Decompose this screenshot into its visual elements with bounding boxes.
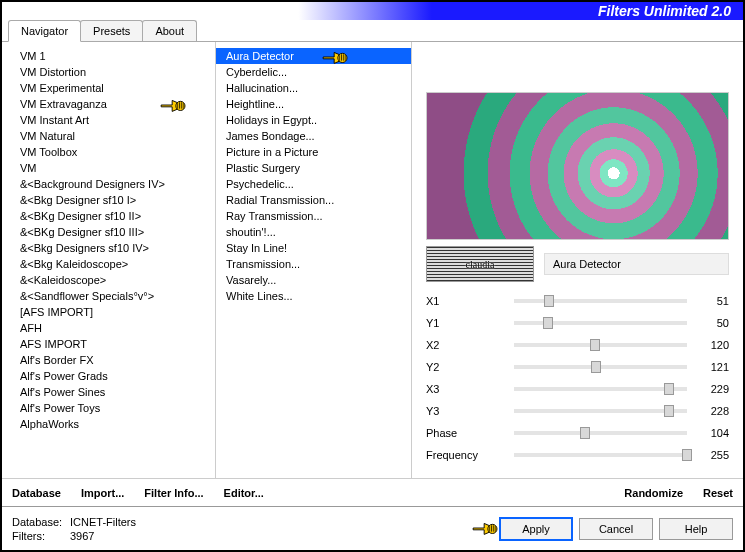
filter-item[interactable]: Aura Detector — [216, 48, 411, 64]
param-slider[interactable] — [514, 365, 687, 369]
filter-info-button[interactable]: Filter Info... — [144, 487, 203, 499]
swirl-graphic — [427, 93, 728, 239]
param-label: Frequency — [426, 449, 506, 461]
slider-thumb[interactable] — [580, 427, 590, 439]
category-item[interactable]: AlphaWorks — [2, 416, 215, 432]
footer-buttons: Apply Cancel Help — [493, 517, 733, 541]
param-label: X2 — [426, 339, 506, 351]
category-item[interactable]: &<BKg Designer sf10 III> — [2, 224, 215, 240]
slider-thumb[interactable] — [590, 339, 600, 351]
param-value: 50 — [695, 317, 729, 329]
category-item[interactable]: VM Natural — [2, 128, 215, 144]
author-name: claudia — [466, 259, 495, 270]
filters-count-value: 3967 — [70, 530, 94, 542]
filter-item[interactable]: James Bondage... — [216, 128, 411, 144]
reset-button[interactable]: Reset — [703, 487, 733, 499]
param-value: 104 — [695, 427, 729, 439]
author-logo: claudia — [426, 246, 534, 282]
preview-panel: claudia Aura Detector X151Y150X2120Y2121… — [412, 42, 743, 478]
filter-item[interactable]: Plastic Surgery — [216, 160, 411, 176]
param-row: Y150 — [426, 312, 729, 334]
category-item[interactable]: VM Instant Art — [2, 112, 215, 128]
database-button[interactable]: Database — [12, 487, 61, 499]
param-row: X3229 — [426, 378, 729, 400]
tabs: NavigatorPresetsAbout — [2, 20, 743, 42]
slider-thumb[interactable] — [664, 383, 674, 395]
filter-item[interactable]: Radial Transmission... — [216, 192, 411, 208]
param-slider[interactable] — [514, 453, 687, 457]
param-value: 120 — [695, 339, 729, 351]
tab-navigator[interactable]: Navigator — [8, 20, 81, 42]
category-item[interactable]: Alf's Power Toys — [2, 400, 215, 416]
filter-item[interactable]: Holidays in Egypt.. — [216, 112, 411, 128]
randomize-button[interactable]: Randomize — [624, 487, 683, 499]
param-value: 228 — [695, 405, 729, 417]
slider-thumb[interactable] — [544, 295, 554, 307]
slider-thumb[interactable] — [543, 317, 553, 329]
category-item[interactable]: &<Kaleidoscope> — [2, 272, 215, 288]
category-item[interactable]: VM Extravaganza — [2, 96, 215, 112]
category-item[interactable]: &<Bkg Kaleidoscope> — [2, 256, 215, 272]
category-item[interactable]: Alf's Power Grads — [2, 368, 215, 384]
tab-about[interactable]: About — [142, 20, 197, 41]
param-row: Y2121 — [426, 356, 729, 378]
category-list[interactable]: VM 1VM DistortionVM ExperimentalVM Extra… — [2, 42, 216, 478]
filter-item[interactable]: shoutin'!... — [216, 224, 411, 240]
help-button[interactable]: Help — [659, 518, 733, 540]
category-item[interactable]: Alf's Border FX — [2, 352, 215, 368]
slider-thumb[interactable] — [591, 361, 601, 373]
filter-item[interactable]: Picture in a Picture — [216, 144, 411, 160]
param-label: Y1 — [426, 317, 506, 329]
param-value: 255 — [695, 449, 729, 461]
filter-item[interactable]: Stay In Line! — [216, 240, 411, 256]
main-area: VM 1VM DistortionVM ExperimentalVM Extra… — [2, 42, 743, 478]
category-item[interactable]: [AFS IMPORT] — [2, 304, 215, 320]
editor-button[interactable]: Editor... — [224, 487, 264, 499]
param-label: Y3 — [426, 405, 506, 417]
apply-button[interactable]: Apply — [499, 517, 573, 541]
param-value: 51 — [695, 295, 729, 307]
filter-item[interactable]: Cyberdelic... — [216, 64, 411, 80]
category-item[interactable]: Alf's Power Sines — [2, 384, 215, 400]
category-item[interactable]: VM 1 — [2, 48, 215, 64]
tab-presets[interactable]: Presets — [80, 20, 143, 41]
param-slider[interactable] — [514, 321, 687, 325]
category-item[interactable]: &<Bkg Designer sf10 I> — [2, 192, 215, 208]
category-item[interactable]: VM Toolbox — [2, 144, 215, 160]
param-row: Phase104 — [426, 422, 729, 444]
import-button[interactable]: Import... — [81, 487, 124, 499]
param-row: X2120 — [426, 334, 729, 356]
filters-count-label: Filters: — [12, 530, 70, 542]
category-item[interactable]: AFH — [2, 320, 215, 336]
filter-item[interactable]: Heightline... — [216, 96, 411, 112]
param-slider[interactable] — [514, 387, 687, 391]
category-item[interactable]: &<Bkg Designers sf10 IV> — [2, 240, 215, 256]
app-title: Filters Unlimited 2.0 — [598, 3, 731, 19]
param-slider[interactable] — [514, 343, 687, 347]
category-item[interactable]: VM Experimental — [2, 80, 215, 96]
filter-item[interactable]: Ray Transmission... — [216, 208, 411, 224]
filter-item[interactable]: Vasarely... — [216, 272, 411, 288]
filter-header-row: claudia Aura Detector — [426, 246, 729, 282]
filter-item[interactable]: Psychedelic... — [216, 176, 411, 192]
param-row: Frequency255 — [426, 444, 729, 466]
slider-thumb[interactable] — [664, 405, 674, 417]
category-item[interactable]: VM — [2, 160, 215, 176]
filter-item[interactable]: White Lines... — [216, 288, 411, 304]
filter-list[interactable]: Aura DetectorCyberdelic...Hallucination.… — [216, 42, 412, 478]
param-slider[interactable] — [514, 299, 687, 303]
filter-item[interactable]: Hallucination... — [216, 80, 411, 96]
category-item[interactable]: &<Background Designers IV> — [2, 176, 215, 192]
category-item[interactable]: &<BKg Designer sf10 II> — [2, 208, 215, 224]
footer: Database: ICNET-Filters Filters: 3967 Ap… — [2, 506, 743, 550]
cancel-button[interactable]: Cancel — [579, 518, 653, 540]
preview-image — [426, 92, 729, 240]
category-item[interactable]: &<Sandflower Specials°v°> — [2, 288, 215, 304]
param-slider[interactable] — [514, 431, 687, 435]
filter-item[interactable]: Transmission... — [216, 256, 411, 272]
param-slider[interactable] — [514, 409, 687, 413]
category-item[interactable]: AFS IMPORT — [2, 336, 215, 352]
slider-thumb[interactable] — [682, 449, 692, 461]
category-item[interactable]: VM Distortion — [2, 64, 215, 80]
param-label: X1 — [426, 295, 506, 307]
